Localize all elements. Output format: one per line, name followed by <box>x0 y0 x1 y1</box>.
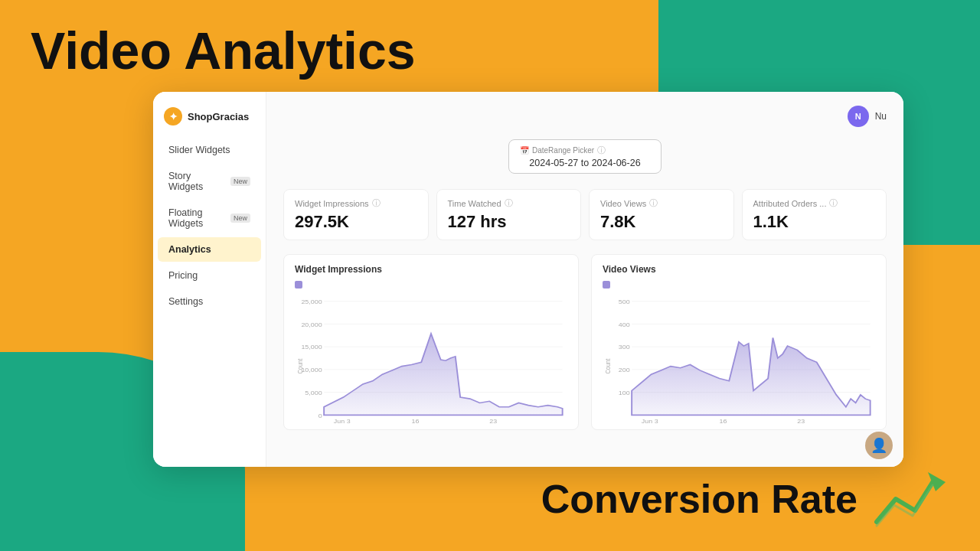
main-content: N Nu 📅 DateRange Picker ⓘ 2024-05-27 to … <box>266 92 903 467</box>
chart-widget-impressions: Widget Impressions 25,000 <box>283 254 579 430</box>
date-picker[interactable]: 📅 DateRange Picker ⓘ 2024-05-27 to 2024-… <box>508 139 662 174</box>
svg-text:23: 23 <box>797 419 805 423</box>
user-avatar[interactable]: N <box>848 106 869 127</box>
chart-area-views: 500 400 300 200 100 Count <box>603 293 875 423</box>
svg-text:Jun 3: Jun 3 <box>642 419 658 423</box>
stat-label: Attributed Orders ... ⓘ <box>753 197 876 209</box>
info-icon: ⓘ <box>505 197 513 209</box>
chart-legend <box>603 281 875 289</box>
stat-label: Widget Impressions ⓘ <box>295 197 417 209</box>
sidebar-item-label: Settings <box>168 296 203 307</box>
sidebar-item-story-widgets[interactable]: Story Widgets New <box>158 164 261 199</box>
sidebar-item-label: Slider Widgets <box>168 145 230 155</box>
svg-text:100: 100 <box>619 390 630 396</box>
bottom-avatar: 👤 <box>865 432 893 459</box>
svg-text:Count: Count <box>297 358 305 373</box>
svg-text:Jun 3: Jun 3 <box>334 419 351 423</box>
sidebar-item-floating-widgets[interactable]: Floating Widgets New <box>158 201 261 236</box>
svg-text:15,000: 15,000 <box>301 344 322 350</box>
svg-text:16: 16 <box>720 419 727 423</box>
svg-text:200: 200 <box>619 367 630 373</box>
stats-row: Widget Impressions ⓘ 297.5K Time Watched… <box>283 189 887 240</box>
badge-new-2: New <box>230 214 250 223</box>
stat-card-impressions: Widget Impressions ⓘ 297.5K <box>283 189 429 240</box>
app-window: ✦ ShopGracias Slider Widgets Story Widge… <box>153 92 903 467</box>
header-bar: N Nu <box>283 106 887 127</box>
arrow-icon <box>873 468 949 530</box>
badge-new: New <box>230 177 250 186</box>
stat-value: 1.1K <box>753 212 876 232</box>
svg-text:300: 300 <box>619 344 630 350</box>
stat-value: 127 hrs <box>448 212 570 232</box>
sidebar-logo: ✦ ShopGracias <box>153 101 266 138</box>
sidebar-item-pricing[interactable]: Pricing <box>158 263 261 288</box>
stat-label: Time Watched ⓘ <box>448 197 570 209</box>
svg-text:0: 0 <box>318 412 322 419</box>
sidebar-item-label: Floating Widgets <box>168 207 225 229</box>
conversion-label: Conversion Rate <box>541 476 858 522</box>
sidebar-item-analytics[interactable]: Analytics <box>158 237 261 262</box>
date-picker-container: 📅 DateRange Picker ⓘ 2024-05-27 to 2024-… <box>283 139 887 174</box>
stat-value: 7.8K <box>600 212 723 232</box>
legend-dot <box>295 281 302 289</box>
info-icon: ⓘ <box>372 197 381 209</box>
info-icon: ⓘ <box>597 145 606 156</box>
svg-text:10,000: 10,000 <box>301 367 322 373</box>
charts-row: Widget Impressions 25,000 <box>283 254 887 430</box>
chart-legend <box>295 281 567 289</box>
sidebar-item-slider-widgets[interactable]: Slider Widgets <box>158 138 261 162</box>
sidebar-nav: Slider Widgets Story Widgets New Floatin… <box>153 138 266 314</box>
svg-text:25,000: 25,000 <box>301 298 322 305</box>
svg-text:5,000: 5,000 <box>305 390 322 396</box>
sidebar-item-label: Story Widgets <box>168 171 225 192</box>
svg-text:16: 16 <box>412 419 420 423</box>
stat-label: Video Views ⓘ <box>600 197 723 209</box>
date-picker-label: 📅 DateRange Picker ⓘ <box>520 145 650 156</box>
impressions-svg: 25,000 20,000 15,000 10,000 5,000 0 Coun… <box>295 293 567 423</box>
chart-title: Video Views <box>603 264 875 275</box>
sidebar-item-label: Analytics <box>168 244 211 255</box>
stat-value: 297.5K <box>295 212 417 232</box>
svg-text:20,000: 20,000 <box>301 321 322 328</box>
sidebar: ✦ ShopGracias Slider Widgets Story Widge… <box>153 92 266 467</box>
sidebar-item-label: Pricing <box>168 270 198 281</box>
info-icon: ⓘ <box>649 197 658 209</box>
date-picker-value: 2024-05-27 to 2024-06-26 <box>520 158 650 168</box>
chart-area-impressions: 25,000 20,000 15,000 10,000 5,000 0 Coun… <box>295 293 567 423</box>
svg-text:23: 23 <box>489 419 497 423</box>
stat-card-video-views: Video Views ⓘ 7.8K <box>589 189 734 240</box>
user-section: N Nu <box>848 106 887 127</box>
sidebar-item-settings[interactable]: Settings <box>158 289 261 314</box>
info-icon: ⓘ <box>829 197 838 209</box>
chart-video-views: Video Views 500 400 <box>591 254 887 430</box>
views-svg: 500 400 300 200 100 Count <box>603 293 875 423</box>
stat-card-attributed-orders: Attributed Orders ... ⓘ 1.1K <box>742 189 887 240</box>
legend-dot <box>603 281 610 289</box>
svg-text:400: 400 <box>619 321 630 328</box>
svg-text:500: 500 <box>619 298 630 305</box>
svg-text:Count: Count <box>605 358 612 373</box>
logo-icon: ✦ <box>164 107 182 126</box>
chart-title: Widget Impressions <box>295 264 567 275</box>
logo-text: ShopGracias <box>188 111 249 122</box>
user-name: Nu <box>875 111 887 122</box>
stat-card-time-watched: Time Watched ⓘ 127 hrs <box>436 189 582 240</box>
page-title: Video Analytics <box>31 24 416 77</box>
calendar-icon: 📅 <box>520 146 529 155</box>
